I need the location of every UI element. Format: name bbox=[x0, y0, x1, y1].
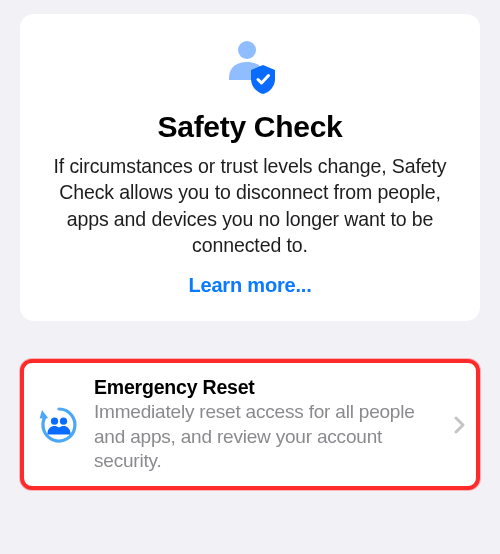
emergency-reset-text: Emergency Reset Immediately reset access… bbox=[94, 376, 440, 473]
emergency-reset-icon bbox=[38, 404, 80, 446]
emergency-reset-title: Emergency Reset bbox=[94, 376, 440, 399]
safety-check-card: Safety Check If circumstances or trust l… bbox=[20, 14, 480, 321]
page-description: If circumstances or trust levels change,… bbox=[40, 153, 460, 258]
chevron-right-icon bbox=[454, 416, 466, 434]
emergency-reset-row[interactable]: Emergency Reset Immediately reset access… bbox=[20, 359, 480, 490]
emergency-reset-subtitle: Immediately reset access for all people … bbox=[94, 400, 440, 473]
person-shield-icon bbox=[223, 38, 277, 98]
safety-check-icon-wrap bbox=[40, 38, 460, 98]
svg-point-2 bbox=[60, 417, 67, 424]
svg-point-0 bbox=[238, 41, 256, 59]
learn-more-link[interactable]: Learn more... bbox=[189, 274, 312, 297]
svg-point-1 bbox=[51, 417, 58, 424]
page-title: Safety Check bbox=[40, 110, 460, 144]
